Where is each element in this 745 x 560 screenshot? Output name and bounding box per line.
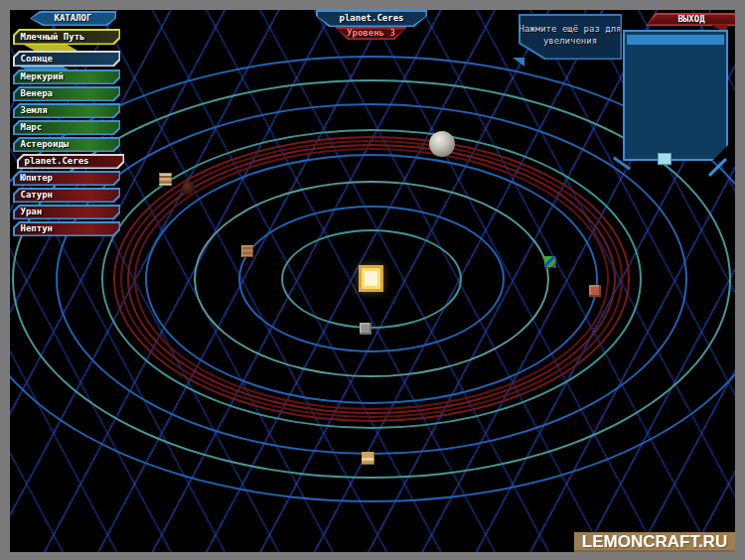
tier-banner: Уровень 3	[335, 27, 407, 40]
info-panel-tab	[658, 153, 671, 165]
sidebar-item-uranus[interactable]: Уран	[13, 205, 120, 219]
sidebar-item-venus[interactable]: Венера	[13, 86, 120, 101]
planet-saturn-icon[interactable]	[362, 452, 374, 465]
sidebar-item-label: Меркурий	[21, 72, 64, 81]
sidebar-item-earth[interactable]: Земля	[13, 103, 120, 118]
info-panel	[623, 30, 728, 161]
sidebar-item-label: Солнце	[21, 55, 54, 64]
galaxy-connector-wedge	[24, 45, 79, 52]
planet-earth-icon[interactable]	[544, 256, 556, 268]
sidebar-item-label: Млечный Путь	[21, 33, 85, 42]
sidebar-item-label: Марс	[21, 123, 43, 132]
zoom-hint-line1: Нажмите ещё раз для	[520, 23, 622, 35]
sidebar-item-star[interactable]: Солнце	[13, 51, 120, 67]
celestial-map-viewport[interactable]: КАТАЛОГ Млечный Путь Солнце Меркурий Вен…	[10, 10, 735, 552]
watermark-label: LEMONCRAFT.RU	[582, 532, 727, 552]
planet-venus-icon[interactable]	[241, 245, 253, 257]
sidebar-item-label: planet.Ceres	[25, 157, 89, 166]
sidebar-item-label: Нептун	[21, 224, 54, 233]
planet-ceres-icon[interactable]	[429, 131, 455, 157]
sun-icon[interactable]	[362, 268, 380, 289]
catalog-header: КАТАЛОГ	[30, 11, 116, 26]
sidebar-item-mercury[interactable]: Меркурий	[13, 70, 120, 84]
sidebar-item-mars[interactable]: Марс	[13, 120, 120, 135]
planet-asteroid-icon[interactable]	[182, 182, 195, 195]
catalog-header-label: КАТАЛОГ	[55, 14, 92, 23]
sidebar-item-neptune[interactable]: Нептун	[13, 221, 120, 236]
sidebar-item-saturn[interactable]: Сатурн	[13, 188, 120, 203]
info-panel-header	[627, 35, 724, 45]
sidebar-item-label: Астероиды	[21, 140, 70, 149]
planet-mars-icon[interactable]	[589, 285, 601, 297]
sidebar-item-asteroids[interactable]: Астероиды	[13, 137, 120, 152]
sidebar-item-galaxy[interactable]: Млечный Путь	[13, 29, 120, 45]
sidebar-item-label: Венера	[21, 89, 54, 98]
watermark-banner: LEMONCRAFT.RU	[574, 532, 735, 552]
selected-body-name: planet.Ceres	[339, 14, 403, 23]
sidebar-item-label: Уран	[21, 208, 43, 216]
tier-label: Уровень 3	[347, 29, 395, 38]
zoom-hint-line2: увеличения	[543, 35, 597, 47]
sidebar-item-label: Сатурн	[21, 191, 54, 200]
zoom-hint-tooltip: Нажмите ещё раз для увеличения	[519, 14, 622, 60]
planet-jupiter-icon[interactable]	[159, 173, 172, 186]
exit-button-label: ВЫХОД	[677, 15, 704, 24]
sidebar-item-label: Юпитер	[21, 174, 54, 183]
tooltip-tail	[513, 58, 524, 67]
sidebar-item-jupiter[interactable]: Юпитер	[13, 171, 120, 186]
sidebar-item-ceres-selected[interactable]: planet.Ceres	[17, 154, 124, 169]
sidebar-item-label: Земля	[21, 106, 48, 115]
selected-body-banner: planet.Ceres	[316, 10, 427, 27]
planet-mercury-icon[interactable]	[360, 323, 372, 335]
